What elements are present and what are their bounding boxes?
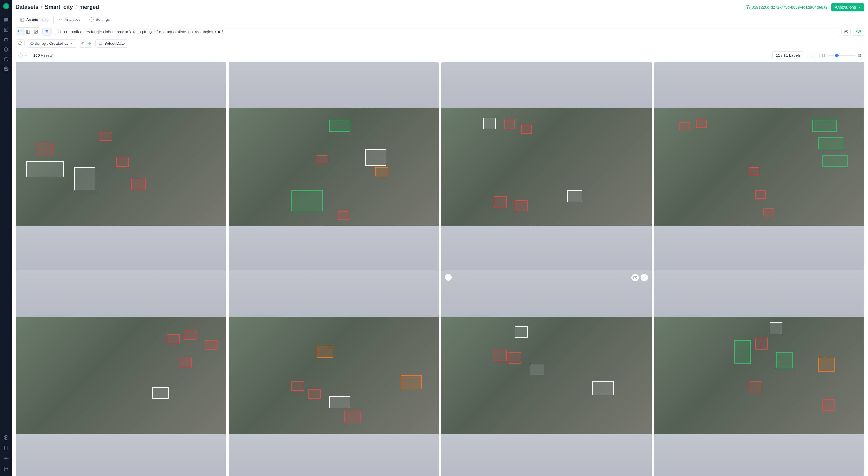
view-image-button[interactable] <box>32 28 40 36</box>
breadcrumb-sep: / <box>75 4 77 10</box>
svg-point-13 <box>18 30 19 31</box>
svg-rect-46 <box>860 54 861 55</box>
svg-rect-39 <box>823 55 823 56</box>
zoom-slider[interactable] <box>828 55 856 56</box>
nav-logout[interactable] <box>2 465 10 472</box>
tab-settings-label: Settings <box>95 17 110 22</box>
grid-small-icon <box>822 54 826 57</box>
asset-grid <box>12 62 868 476</box>
nav-config[interactable] <box>2 455 10 462</box>
svg-point-11 <box>21 19 22 20</box>
svg-point-29 <box>846 31 847 32</box>
visibility-button[interactable] <box>841 28 850 36</box>
annotations-button[interactable]: Annotations <box>831 3 864 11</box>
sort-desc-button[interactable] <box>86 39 93 47</box>
svg-point-12 <box>91 19 92 20</box>
logo[interactable] <box>3 3 9 9</box>
preview-button[interactable] <box>641 274 648 281</box>
nav-layers[interactable] <box>2 46 10 53</box>
copy-icon <box>746 5 750 9</box>
select-circle[interactable] <box>445 274 452 281</box>
svg-rect-36 <box>823 54 823 55</box>
filter-button[interactable] <box>42 28 52 36</box>
svg-rect-42 <box>823 56 823 57</box>
svg-point-19 <box>18 33 19 33</box>
asset-card[interactable] <box>654 270 865 476</box>
orderby-button[interactable]: Order by : Created at <box>27 39 76 47</box>
checkbox-icon <box>18 53 23 58</box>
annotations-label: Annotations <box>835 5 856 9</box>
svg-rect-1 <box>4 20 8 21</box>
image-icon <box>20 18 24 22</box>
svg-rect-47 <box>859 56 860 57</box>
tab-assets-count: 100 <box>40 18 49 22</box>
asset-card[interactable] <box>441 62 652 272</box>
nav-settings-side[interactable] <box>2 65 10 72</box>
tab-settings[interactable]: Settings <box>85 14 114 24</box>
edit-button[interactable] <box>631 274 639 281</box>
breadcrumb-leaf: merged <box>79 4 99 10</box>
grid-large-icon <box>858 54 862 57</box>
tab-assets-label: Assets <box>26 18 38 22</box>
asset-card[interactable] <box>16 62 226 272</box>
svg-point-20 <box>20 33 20 33</box>
nav-images[interactable] <box>2 26 10 34</box>
svg-point-15 <box>21 30 21 31</box>
svg-point-50 <box>643 277 644 278</box>
svg-point-26 <box>35 31 36 31</box>
view-grid-button[interactable] <box>16 28 24 36</box>
asset-card[interactable] <box>441 270 652 476</box>
breadcrumb-project[interactable]: Smart_city <box>45 4 73 10</box>
svg-point-4 <box>5 29 5 30</box>
dataset-id-text: 0191220d-d272-775d-b839-4dada64de8a2 <box>752 5 828 9</box>
view-toggle <box>16 27 40 36</box>
nav-play[interactable] <box>2 434 10 441</box>
select-all[interactable] <box>16 52 30 59</box>
svg-rect-2 <box>4 21 8 22</box>
breadcrumb: Datasets / Smart_city / merged <box>16 4 99 10</box>
nav-datasets[interactable] <box>2 17 10 24</box>
asset-card[interactable] <box>16 270 226 476</box>
orderby-label: Order by : Created at <box>30 41 68 46</box>
tab-analytics[interactable]: Analytics <box>54 14 85 24</box>
fullscreen-button[interactable] <box>807 52 816 59</box>
slider-thumb[interactable] <box>835 54 839 57</box>
select-date-button[interactable]: Select Date <box>95 39 128 47</box>
sort-direction <box>79 39 93 47</box>
svg-rect-43 <box>824 56 824 57</box>
svg-point-5 <box>5 68 7 69</box>
nav-cube[interactable] <box>2 56 10 63</box>
nav-docs[interactable] <box>2 444 10 452</box>
refresh-button[interactable] <box>16 39 25 47</box>
asset-count: 100 Assets <box>33 53 53 58</box>
svg-rect-22 <box>26 30 30 34</box>
view-table-button[interactable] <box>24 28 32 36</box>
breadcrumb-sep: / <box>41 4 42 10</box>
dataset-id[interactable]: 0191220d-d272-775d-b839-4dada64de8a2 <box>746 5 828 9</box>
asset-card[interactable] <box>228 62 439 272</box>
asset-card[interactable] <box>228 270 439 476</box>
sort-asc-button[interactable] <box>79 39 86 47</box>
svg-rect-32 <box>99 42 102 45</box>
zoom-slider-wrap <box>819 52 864 59</box>
asset-card[interactable] <box>654 62 865 272</box>
gear-icon <box>89 18 94 22</box>
svg-rect-37 <box>824 54 824 55</box>
svg-rect-0 <box>4 19 8 20</box>
header: Datasets / Smart_city / merged 0191220d-… <box>12 0 868 14</box>
count-row: 100 Assets 11 / 11 Labels <box>12 50 868 62</box>
labels-count[interactable]: 11 / 11 Labels <box>772 51 804 59</box>
sidebar <box>0 0 12 476</box>
svg-rect-44 <box>825 56 825 57</box>
breadcrumb-root[interactable]: Datasets <box>16 4 38 10</box>
main: Datasets / Smart_city / merged 0191220d-… <box>12 0 868 476</box>
search-input[interactable] <box>64 30 836 34</box>
svg-marker-7 <box>5 437 7 438</box>
subtoolbar: Order by : Created at Select Date <box>12 39 868 50</box>
nav-models[interactable] <box>2 36 10 43</box>
svg-rect-9 <box>747 7 750 9</box>
text-style-button[interactable]: Aa <box>853 28 864 36</box>
tab-analytics-label: Analytics <box>64 17 80 22</box>
tab-assets[interactable]: Assets 100 <box>16 14 54 24</box>
svg-point-18 <box>21 31 21 32</box>
